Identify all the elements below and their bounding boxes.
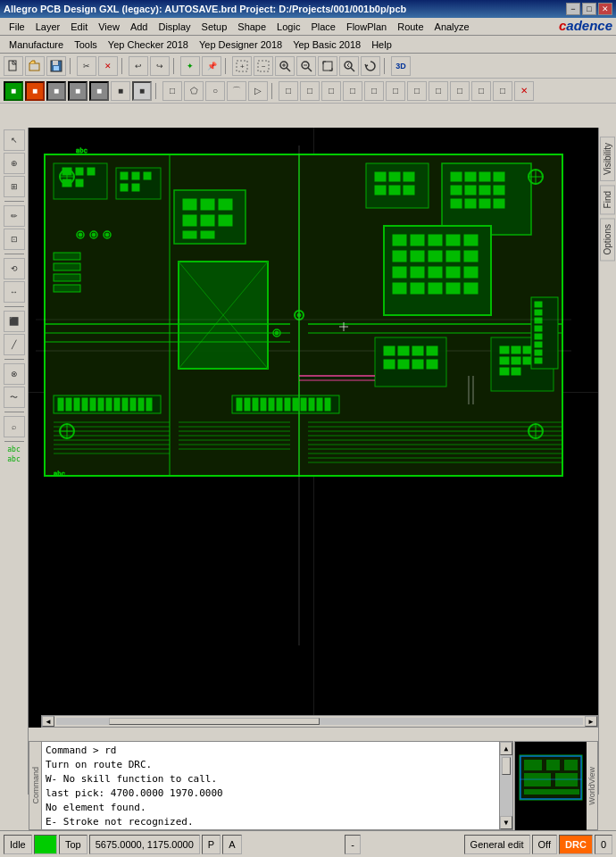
lt-rotate[interactable]: ⟲ [4, 258, 25, 279]
h-scroll-left[interactable]: ◄ [42, 716, 54, 727]
menu-setup[interactable]: Setup [196, 21, 233, 33]
menu-manufacture[interactable]: Manufacture [4, 38, 69, 51]
menu-shape[interactable]: Shape [232, 21, 271, 33]
tb-redo[interactable]: ↪ [150, 56, 170, 76]
menu-view[interactable]: View [93, 21, 125, 33]
tb-new[interactable] [4, 56, 23, 76]
tb-zoom-out[interactable] [296, 56, 316, 76]
svg-rect-47 [219, 215, 232, 226]
tb2-snap-on[interactable]: ■ [25, 81, 45, 101]
worldview-svg [515, 742, 587, 831]
tb2-t5[interactable]: □ [364, 81, 384, 101]
lt-crosshair[interactable]: ⊕ [4, 153, 25, 174]
find-tab[interactable]: Find [600, 185, 615, 214]
tb2-close[interactable]: ✕ [514, 81, 534, 101]
tb2-t2[interactable]: □ [300, 81, 320, 101]
tb-redraw[interactable] [361, 56, 380, 76]
tb-3d[interactable]: 3D [391, 56, 411, 76]
menu-route[interactable]: Route [392, 21, 429, 33]
cadence-logo-adence: adence [566, 18, 612, 33]
lt-cursor[interactable]: ↖ [4, 129, 25, 151]
tb-zoom-in-box[interactable]: + [232, 56, 252, 76]
tb2-t6[interactable]: □ [386, 81, 405, 101]
options-tab[interactable]: Options [600, 218, 615, 261]
tb-delete[interactable]: ✕ [98, 56, 118, 76]
tb2-t3[interactable]: □ [321, 81, 341, 101]
tb-zoom-out-box[interactable]: − [254, 56, 273, 76]
menu-edit[interactable]: Edit [65, 21, 93, 33]
menu-logic[interactable]: Logic [271, 21, 305, 33]
tb2-t10[interactable]: □ [471, 81, 491, 101]
h-scroll-thumb[interactable] [109, 718, 320, 725]
lt-fill[interactable]: ⬛ [4, 311, 25, 332]
menu-tools[interactable]: Tools [69, 38, 103, 51]
tb2-t1[interactable]: □ [279, 81, 298, 101]
tb2-btn5[interactable]: ■ [89, 81, 109, 101]
h-scroll-right[interactable]: ► [585, 716, 597, 727]
lt-zoom[interactable]: ⌕ [4, 416, 25, 437]
visibility-tab[interactable]: Visibility [600, 137, 615, 181]
menu-help[interactable]: Help [366, 38, 397, 51]
lt-line[interactable]: ╱ [4, 334, 25, 355]
lt-add[interactable]: ⊞ [4, 176, 25, 197]
pcb-design-view[interactable]: abc abc [36, 146, 571, 645]
tb-zoom-in[interactable] [275, 56, 295, 76]
lt-select[interactable]: ⊡ [4, 229, 25, 250]
tb-cut[interactable]: ✂ [77, 56, 96, 76]
tb2-drc-on[interactable]: ■ [46, 81, 66, 101]
horizontal-scrollbar[interactable]: ◄ ► [41, 715, 598, 728]
tb2-etch-on[interactable]: ■ [68, 81, 87, 101]
svg-rect-206 [535, 326, 542, 331]
scroll-thumb[interactable] [502, 757, 511, 775]
menu-flowplan[interactable]: FlowPlan [341, 21, 392, 33]
tb2-t4[interactable]: □ [343, 81, 362, 101]
menu-layer[interactable]: Layer [30, 21, 66, 33]
tb-open[interactable] [25, 56, 45, 76]
tb2-t7[interactable]: □ [407, 81, 427, 101]
tb-zoom-fit[interactable] [318, 56, 337, 76]
lt-via[interactable]: ⊗ [4, 363, 25, 385]
menu-yep-checker[interactable]: Yep Checker 2018 [103, 38, 194, 51]
tb-undo[interactable]: ↩ [129, 56, 148, 76]
scroll-down-button[interactable]: ▼ [500, 816, 512, 829]
tb2-t8[interactable]: □ [429, 81, 448, 101]
svg-rect-62 [54, 285, 80, 292]
menu-file[interactable]: File [4, 21, 30, 33]
lt-pencil[interactable]: ✏ [4, 205, 25, 227]
pcb-canvas-area[interactable]: abc abc [29, 128, 598, 728]
worldview-panel[interactable] [514, 741, 586, 830]
menu-yep-basic[interactable]: Yep Basic 2018 [287, 38, 366, 51]
tb2-t9[interactable]: □ [450, 81, 470, 101]
tb2-btn7[interactable]: ■ [132, 81, 152, 101]
menu-analyze[interactable]: Analyze [429, 21, 475, 33]
tb2-circle[interactable]: ○ [205, 81, 225, 101]
tb2-rect[interactable]: □ [162, 81, 182, 101]
tb-pin[interactable]: 📌 [202, 56, 221, 76]
scroll-track[interactable] [500, 755, 512, 816]
tb2-poly[interactable]: ⬠ [184, 81, 204, 101]
tb2-arc[interactable]: ⌒ [227, 81, 246, 101]
command-scrollbar[interactable]: ▲ ▼ [499, 742, 512, 829]
tb-save[interactable] [46, 56, 66, 76]
lt-flip[interactable]: ↔ [4, 281, 25, 303]
tb2-grid-on[interactable]: ■ [4, 81, 23, 101]
menu-place[interactable]: Place [305, 21, 341, 33]
tb-snap[interactable]: ✦ [180, 56, 200, 76]
scroll-up-button[interactable]: ▲ [500, 742, 512, 755]
svg-rect-66 [74, 398, 79, 411]
menu-add[interactable]: Add [125, 21, 154, 33]
h-scroll-track[interactable] [56, 718, 583, 725]
maximize-button[interactable]: □ [582, 3, 596, 15]
tb2-t11[interactable]: □ [493, 81, 512, 101]
close-button[interactable]: ✕ [598, 3, 612, 15]
menu-yep-designer[interactable]: Yep Designer 2018 [194, 38, 287, 51]
minimize-button[interactable]: − [566, 3, 580, 15]
menu-display[interactable]: Display [153, 21, 196, 33]
tb2-btn6[interactable]: ■ [111, 81, 130, 101]
svg-rect-94 [389, 186, 400, 195]
command-area[interactable]: Command > rd Turn on route DRC. W- No sk… [41, 741, 513, 830]
lt-route[interactable]: 〜 [4, 387, 25, 408]
tb-zoom-prev[interactable] [339, 56, 359, 76]
tb2-tri[interactable]: ▷ [248, 81, 268, 101]
svg-rect-107 [479, 199, 490, 208]
